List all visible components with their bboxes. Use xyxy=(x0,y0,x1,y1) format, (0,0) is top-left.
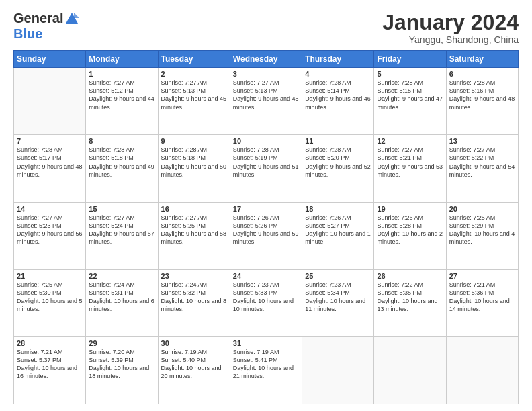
day-info: Sunrise: 7:23 AM Sunset: 5:33 PM Dayligh… xyxy=(233,281,299,314)
day-info: Sunrise: 7:28 AM Sunset: 5:17 PM Dayligh… xyxy=(17,146,83,179)
table-row: 13Sunrise: 7:27 AM Sunset: 5:22 PM Dayli… xyxy=(446,135,518,202)
day-info: Sunrise: 7:28 AM Sunset: 5:20 PM Dayligh… xyxy=(305,146,371,179)
calendar-week-row: 14Sunrise: 7:27 AM Sunset: 5:23 PM Dayli… xyxy=(14,202,519,269)
calendar-week-row: 28Sunrise: 7:21 AM Sunset: 5:37 PM Dayli… xyxy=(14,336,519,404)
day-number: 18 xyxy=(305,205,371,213)
day-number: 10 xyxy=(233,137,299,145)
table-row: 19Sunrise: 7:26 AM Sunset: 5:28 PM Dayli… xyxy=(374,202,446,269)
table-row: 11Sunrise: 7:28 AM Sunset: 5:20 PM Dayli… xyxy=(302,135,374,202)
day-number: 4 xyxy=(305,70,371,78)
table-row: 5Sunrise: 7:28 AM Sunset: 5:15 PM Daylig… xyxy=(374,68,446,135)
calendar-table: Sunday Monday Tuesday Wednesday Thursday… xyxy=(13,50,519,404)
day-number: 6 xyxy=(449,70,515,78)
table-row xyxy=(374,336,446,404)
day-number: 29 xyxy=(89,339,154,347)
page: General Blue January 2024 Yanggu, Shando… xyxy=(0,0,532,411)
day-number: 14 xyxy=(17,205,83,213)
day-number: 24 xyxy=(233,272,299,280)
col-saturday: Saturday xyxy=(446,51,518,68)
logo-general-text: General xyxy=(13,11,63,26)
day-number: 19 xyxy=(377,205,443,213)
table-row: 14Sunrise: 7:27 AM Sunset: 5:23 PM Dayli… xyxy=(14,202,86,269)
day-info: Sunrise: 7:19 AM Sunset: 5:41 PM Dayligh… xyxy=(233,348,299,381)
day-info: Sunrise: 7:21 AM Sunset: 5:37 PM Dayligh… xyxy=(17,348,83,381)
table-row: 29Sunrise: 7:20 AM Sunset: 5:39 PM Dayli… xyxy=(86,336,158,404)
day-info: Sunrise: 7:23 AM Sunset: 5:34 PM Dayligh… xyxy=(305,281,371,314)
day-info: Sunrise: 7:28 AM Sunset: 5:15 PM Dayligh… xyxy=(377,79,443,111)
day-info: Sunrise: 7:28 AM Sunset: 5:19 PM Dayligh… xyxy=(233,146,299,179)
header: General Blue January 2024 Yanggu, Shando… xyxy=(13,11,519,45)
day-info: Sunrise: 7:27 AM Sunset: 5:25 PM Dayligh… xyxy=(161,214,227,246)
col-friday: Friday xyxy=(374,51,446,68)
day-number: 25 xyxy=(305,272,371,280)
table-row: 3Sunrise: 7:27 AM Sunset: 5:13 PM Daylig… xyxy=(230,68,302,135)
logo-blue-text: Blue xyxy=(13,26,42,42)
day-info: Sunrise: 7:27 AM Sunset: 5:22 PM Dayligh… xyxy=(449,146,515,179)
day-info: Sunrise: 7:26 AM Sunset: 5:28 PM Dayligh… xyxy=(377,214,443,246)
calendar-header-row: Sunday Monday Tuesday Wednesday Thursday… xyxy=(14,51,519,68)
table-row: 26Sunrise: 7:22 AM Sunset: 5:35 PM Dayli… xyxy=(374,269,446,336)
col-wednesday: Wednesday xyxy=(230,51,302,68)
location: Yanggu, Shandong, China xyxy=(382,34,519,45)
logo: General Blue xyxy=(13,11,79,42)
table-row: 1Sunrise: 7:27 AM Sunset: 5:12 PM Daylig… xyxy=(86,68,158,135)
day-info: Sunrise: 7:24 AM Sunset: 5:32 PM Dayligh… xyxy=(161,281,227,314)
day-number: 3 xyxy=(233,70,299,78)
day-number: 20 xyxy=(449,205,515,213)
col-tuesday: Tuesday xyxy=(158,51,230,68)
day-info: Sunrise: 7:21 AM Sunset: 5:36 PM Dayligh… xyxy=(449,281,515,314)
table-row: 9Sunrise: 7:28 AM Sunset: 5:18 PM Daylig… xyxy=(158,135,230,202)
table-row: 24Sunrise: 7:23 AM Sunset: 5:33 PM Dayli… xyxy=(230,269,302,336)
day-info: Sunrise: 7:27 AM Sunset: 5:13 PM Dayligh… xyxy=(161,79,227,111)
table-row: 4Sunrise: 7:28 AM Sunset: 5:14 PM Daylig… xyxy=(302,68,374,135)
day-info: Sunrise: 7:27 AM Sunset: 5:23 PM Dayligh… xyxy=(17,214,83,246)
day-info: Sunrise: 7:22 AM Sunset: 5:35 PM Dayligh… xyxy=(377,281,443,314)
day-number: 22 xyxy=(89,272,154,280)
day-number: 11 xyxy=(305,137,371,145)
table-row: 17Sunrise: 7:26 AM Sunset: 5:26 PM Dayli… xyxy=(230,202,302,269)
title-section: January 2024 Yanggu, Shandong, China xyxy=(382,11,519,45)
day-number: 26 xyxy=(377,272,443,280)
day-number: 13 xyxy=(449,137,515,145)
table-row: 27Sunrise: 7:21 AM Sunset: 5:36 PM Dayli… xyxy=(446,269,518,336)
day-info: Sunrise: 7:25 AM Sunset: 5:30 PM Dayligh… xyxy=(17,281,83,314)
calendar-week-row: 1Sunrise: 7:27 AM Sunset: 5:12 PM Daylig… xyxy=(14,68,519,135)
calendar-week-row: 7Sunrise: 7:28 AM Sunset: 5:17 PM Daylig… xyxy=(14,135,519,202)
table-row: 16Sunrise: 7:27 AM Sunset: 5:25 PM Dayli… xyxy=(158,202,230,269)
table-row: 23Sunrise: 7:24 AM Sunset: 5:32 PM Dayli… xyxy=(158,269,230,336)
day-info: Sunrise: 7:27 AM Sunset: 5:13 PM Dayligh… xyxy=(233,79,299,111)
table-row: 2Sunrise: 7:27 AM Sunset: 5:13 PM Daylig… xyxy=(158,68,230,135)
table-row: 30Sunrise: 7:19 AM Sunset: 5:40 PM Dayli… xyxy=(158,336,230,404)
table-row: 10Sunrise: 7:28 AM Sunset: 5:19 PM Dayli… xyxy=(230,135,302,202)
day-info: Sunrise: 7:27 AM Sunset: 5:24 PM Dayligh… xyxy=(89,214,154,246)
table-row: 15Sunrise: 7:27 AM Sunset: 5:24 PM Dayli… xyxy=(86,202,158,269)
day-number: 1 xyxy=(89,70,154,78)
day-number: 5 xyxy=(377,70,443,78)
day-number: 17 xyxy=(233,205,299,213)
table-row: 25Sunrise: 7:23 AM Sunset: 5:34 PM Dayli… xyxy=(302,269,374,336)
table-row: 18Sunrise: 7:26 AM Sunset: 5:27 PM Dayli… xyxy=(302,202,374,269)
col-monday: Monday xyxy=(86,51,158,68)
day-number: 15 xyxy=(89,205,154,213)
day-number: 2 xyxy=(161,70,227,78)
svg-marker-1 xyxy=(74,13,79,18)
day-info: Sunrise: 7:28 AM Sunset: 5:18 PM Dayligh… xyxy=(89,146,154,179)
day-info: Sunrise: 7:28 AM Sunset: 5:16 PM Dayligh… xyxy=(449,79,515,111)
day-number: 21 xyxy=(17,272,83,280)
day-info: Sunrise: 7:25 AM Sunset: 5:29 PM Dayligh… xyxy=(449,214,515,246)
day-number: 12 xyxy=(377,137,443,145)
day-info: Sunrise: 7:26 AM Sunset: 5:27 PM Dayligh… xyxy=(305,214,371,246)
day-number: 16 xyxy=(161,205,227,213)
table-row: 31Sunrise: 7:19 AM Sunset: 5:41 PM Dayli… xyxy=(230,336,302,404)
day-info: Sunrise: 7:28 AM Sunset: 5:18 PM Dayligh… xyxy=(161,146,227,179)
day-info: Sunrise: 7:28 AM Sunset: 5:14 PM Dayligh… xyxy=(305,79,371,111)
table-row: 28Sunrise: 7:21 AM Sunset: 5:37 PM Dayli… xyxy=(14,336,86,404)
table-row xyxy=(14,68,86,135)
logo-icon xyxy=(64,11,79,26)
col-sunday: Sunday xyxy=(14,51,86,68)
table-row xyxy=(302,336,374,404)
table-row: 7Sunrise: 7:28 AM Sunset: 5:17 PM Daylig… xyxy=(14,135,86,202)
day-info: Sunrise: 7:20 AM Sunset: 5:39 PM Dayligh… xyxy=(89,348,154,381)
day-number: 28 xyxy=(17,339,83,347)
day-number: 31 xyxy=(233,339,299,347)
